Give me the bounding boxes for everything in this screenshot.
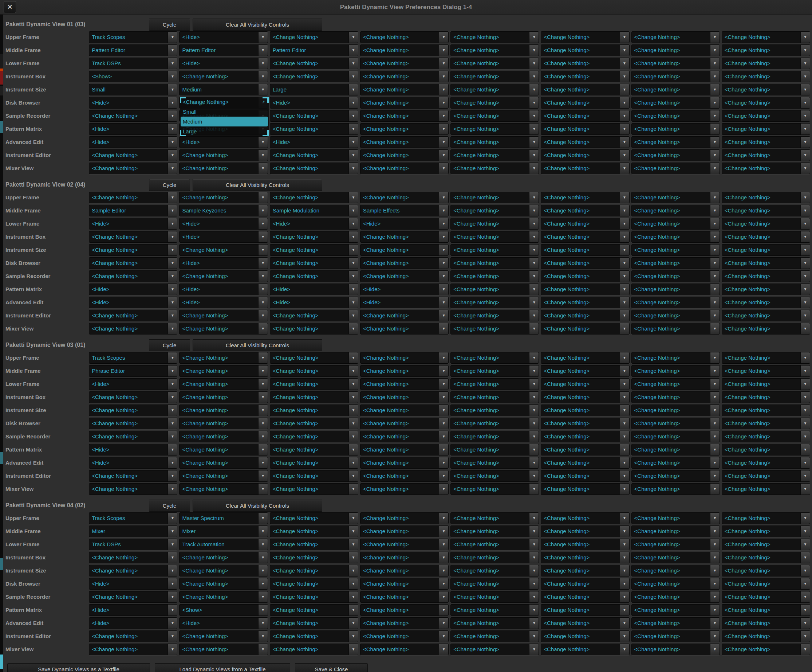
dropdown-arrow-button[interactable]: ▼ bbox=[348, 163, 358, 174]
dropdown-arrow-button[interactable]: ▼ bbox=[439, 484, 448, 494]
dropdown-arrow-button[interactable]: ▼ bbox=[348, 405, 358, 416]
dropdown-arrow-button[interactable]: ▼ bbox=[348, 218, 358, 229]
dropdown-instrument-box-4[interactable]: <Change Nothing>▼ bbox=[360, 71, 449, 82]
dropdown-arrow-button[interactable]: ▼ bbox=[529, 32, 539, 43]
dropdown-advanced-edit-2[interactable]: <Hide>▼ bbox=[179, 297, 268, 308]
dropdown-arrow-button[interactable]: ▼ bbox=[348, 110, 358, 121]
dropdown-arrow-button[interactable]: ▼ bbox=[439, 45, 448, 56]
dropdown-arrow-button[interactable]: ▼ bbox=[167, 218, 177, 229]
dropdown-instrument-box-3[interactable]: <Change Nothing>▼ bbox=[270, 552, 358, 563]
dropdown-arrow-button[interactable]: ▼ bbox=[800, 578, 810, 589]
dropdown-disk-browser-3[interactable]: <Change Nothing>▼ bbox=[270, 418, 358, 429]
dropdown-arrow-button[interactable]: ▼ bbox=[439, 618, 448, 629]
dropdown-advanced-edit-4[interactable]: <Change Nothing>▼ bbox=[360, 457, 449, 469]
dropdown-arrow-button[interactable]: ▼ bbox=[710, 644, 720, 655]
dropdown-arrow-button[interactable]: ▼ bbox=[529, 71, 539, 82]
dropdown-middle-frame-3[interactable]: Pattern Editor▼ bbox=[270, 44, 358, 56]
dropdown-mixer-view-1[interactable]: <Change Nothing>▼ bbox=[89, 162, 177, 174]
popup-item-small[interactable]: Small bbox=[180, 107, 269, 116]
dropdown-arrow-button[interactable]: ▼ bbox=[258, 526, 268, 537]
dropdown-arrow-button[interactable]: ▼ bbox=[710, 565, 720, 576]
dropdown-arrow-button[interactable]: ▼ bbox=[620, 271, 629, 282]
dropdown-arrow-button[interactable]: ▼ bbox=[439, 150, 448, 161]
dropdown-upper-frame-8[interactable]: <Change Nothing>▼ bbox=[722, 31, 810, 43]
dropdown-arrow-button[interactable]: ▼ bbox=[620, 258, 629, 268]
dropdown-arrow-button[interactable]: ▼ bbox=[439, 137, 448, 147]
dropdown-upper-frame-2[interactable]: <Change Nothing>▼ bbox=[179, 192, 268, 203]
dropdown-arrow-button[interactable]: ▼ bbox=[439, 444, 448, 455]
dropdown-arrow-button[interactable]: ▼ bbox=[800, 323, 810, 334]
dropdown-arrow-button[interactable]: ▼ bbox=[439, 578, 448, 589]
dropdown-disk-browser-5[interactable]: <Change Nothing>▼ bbox=[450, 418, 539, 429]
dropdown-arrow-button[interactable]: ▼ bbox=[710, 539, 720, 550]
dropdown-arrow-button[interactable]: ▼ bbox=[529, 470, 539, 481]
dropdown-arrow-button[interactable]: ▼ bbox=[167, 58, 177, 69]
dropdown-arrow-button[interactable]: ▼ bbox=[529, 457, 539, 468]
dropdown-arrow-button[interactable]: ▼ bbox=[167, 110, 177, 121]
dropdown-arrow-button[interactable]: ▼ bbox=[167, 605, 177, 616]
dropdown-instrument-box-7[interactable]: <Change Nothing>▼ bbox=[631, 231, 720, 243]
dropdown-arrow-button[interactable]: ▼ bbox=[167, 352, 177, 363]
dropdown-arrow-button[interactable]: ▼ bbox=[258, 366, 268, 376]
dropdown-arrow-button[interactable]: ▼ bbox=[167, 97, 177, 108]
dropdown-mixer-view-5[interactable]: <Change Nothing>▼ bbox=[450, 483, 539, 495]
dropdown-arrow-button[interactable]: ▼ bbox=[167, 323, 177, 334]
dropdown-arrow-button[interactable]: ▼ bbox=[167, 552, 177, 563]
dropdown-pattern-matrix-3[interactable]: <Change Nothing>▼ bbox=[270, 604, 358, 616]
dropdown-arrow-button[interactable]: ▼ bbox=[439, 192, 448, 203]
dropdown-arrow-button[interactable]: ▼ bbox=[439, 352, 448, 363]
dropdown-arrow-button[interactable]: ▼ bbox=[258, 631, 268, 642]
dropdown-instrument-editor-7[interactable]: <Change Nothing>▼ bbox=[631, 470, 720, 482]
dropdown-mixer-view-6[interactable]: <Change Nothing>▼ bbox=[541, 323, 629, 335]
dropdown-arrow-button[interactable]: ▼ bbox=[439, 310, 448, 321]
dropdown-arrow-button[interactable]: ▼ bbox=[529, 526, 539, 537]
dropdown-instrument-box-3[interactable]: <Change Nothing>▼ bbox=[270, 231, 358, 243]
dropdown-mixer-view-2[interactable]: <Change Nothing>▼ bbox=[179, 644, 268, 655]
dropdown-arrow-button[interactable]: ▼ bbox=[710, 150, 720, 161]
dropdown-disk-browser-8[interactable]: <Change Nothing>▼ bbox=[722, 578, 810, 590]
dropdown-arrow-button[interactable]: ▼ bbox=[258, 552, 268, 563]
dropdown-mixer-view-8[interactable]: <Change Nothing>▼ bbox=[722, 162, 810, 174]
dropdown-arrow-button[interactable]: ▼ bbox=[439, 323, 448, 334]
dropdown-advanced-edit-7[interactable]: <Change Nothing>▼ bbox=[631, 136, 720, 148]
dropdown-arrow-button[interactable]: ▼ bbox=[800, 552, 810, 563]
dropdown-arrow-button[interactable]: ▼ bbox=[348, 205, 358, 216]
dropdown-arrow-button[interactable]: ▼ bbox=[167, 392, 177, 403]
dropdown-arrow-button[interactable]: ▼ bbox=[710, 379, 720, 390]
dropdown-lower-frame-8[interactable]: <Change Nothing>▼ bbox=[722, 218, 810, 229]
dropdown-arrow-button[interactable]: ▼ bbox=[800, 592, 810, 602]
dropdown-lower-frame-5[interactable]: <Change Nothing>▼ bbox=[450, 218, 539, 229]
dropdown-pattern-matrix-5[interactable]: <Change Nothing>▼ bbox=[450, 444, 539, 455]
dropdown-arrow-button[interactable]: ▼ bbox=[439, 245, 448, 255]
dropdown-arrow-button[interactable]: ▼ bbox=[167, 150, 177, 161]
dropdown-sample-recorder-1[interactable]: <Change Nothing>▼ bbox=[89, 591, 177, 603]
dropdown-instrument-box-7[interactable]: <Change Nothing>▼ bbox=[631, 552, 720, 563]
dropdown-arrow-button[interactable]: ▼ bbox=[167, 123, 177, 135]
dropdown-arrow-button[interactable]: ▼ bbox=[800, 58, 810, 69]
dropdown-arrow-button[interactable]: ▼ bbox=[710, 231, 720, 242]
dropdown-upper-frame-1[interactable]: Track Scopes▼ bbox=[89, 31, 177, 43]
dropdown-arrow-button[interactable]: ▼ bbox=[167, 470, 177, 481]
dropdown-arrow-button[interactable]: ▼ bbox=[710, 444, 720, 455]
dropdown-arrow-button[interactable]: ▼ bbox=[529, 45, 539, 56]
dropdown-arrow-button[interactable]: ▼ bbox=[529, 137, 539, 147]
dropdown-arrow-button[interactable]: ▼ bbox=[620, 323, 629, 334]
dropdown-middle-frame-4[interactable]: <Change Nothing>▼ bbox=[360, 44, 449, 56]
dropdown-instrument-box-8[interactable]: <Change Nothing>▼ bbox=[722, 552, 810, 563]
dropdown-pattern-matrix-6[interactable]: <Change Nothing>▼ bbox=[541, 123, 629, 135]
dropdown-advanced-edit-1[interactable]: <Hide>▼ bbox=[89, 457, 177, 469]
dropdown-arrow-button[interactable]: ▼ bbox=[348, 123, 358, 135]
dropdown-instrument-editor-2[interactable]: <Change Nothing>▼ bbox=[179, 149, 268, 161]
dropdown-arrow-button[interactable]: ▼ bbox=[348, 379, 358, 390]
dropdown-arrow-button[interactable]: ▼ bbox=[529, 352, 539, 363]
dropdown-arrow-button[interactable]: ▼ bbox=[710, 392, 720, 403]
dropdown-instrument-editor-3[interactable]: <Change Nothing>▼ bbox=[270, 631, 358, 642]
dropdown-disk-browser-8[interactable]: <Change Nothing>▼ bbox=[722, 257, 810, 269]
dropdown-arrow-button[interactable]: ▼ bbox=[800, 163, 810, 174]
dropdown-arrow-button[interactable]: ▼ bbox=[167, 231, 177, 242]
dropdown-disk-browser-3[interactable]: <Hide>▼ bbox=[270, 97, 358, 109]
dropdown-arrow-button[interactable]: ▼ bbox=[529, 444, 539, 455]
dropdown-arrow-button[interactable]: ▼ bbox=[800, 192, 810, 203]
dropdown-middle-frame-7[interactable]: <Change Nothing>▼ bbox=[631, 525, 720, 537]
dropdown-arrow-button[interactable]: ▼ bbox=[800, 366, 810, 376]
